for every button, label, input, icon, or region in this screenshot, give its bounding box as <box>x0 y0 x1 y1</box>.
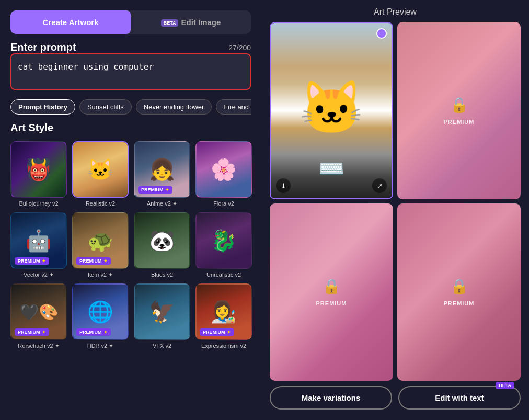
premium-badge-rorschach: PREMIUM ✦ <box>15 328 49 336</box>
preview-cell-4[interactable]: 🔒 PREMIUM <box>397 203 521 381</box>
style-thumb-vfx: 🦅 <box>134 283 190 340</box>
style-name-item: Item v2 ✦ <box>88 271 113 278</box>
art-style-label: Art Style <box>10 122 251 134</box>
premium-label-3: PREMIUM <box>316 300 347 307</box>
style-name-blues: Blues v2 <box>151 271 173 278</box>
chip-never-ending-flower[interactable]: Never ending flower <box>136 99 212 115</box>
image-expand-button[interactable]: ⤢ <box>372 178 387 193</box>
style-thumb-buliojourney: 👹 <box>10 141 67 198</box>
style-name-rorschach: Rorschach v2 ✦ <box>18 343 59 349</box>
preview-grid: 🐱 ⌨️ ⬇ ⤢ 🔒 PREMIUM 🔒 PREMIUM <box>270 22 521 381</box>
premium-overlay-3: 🔒 PREMIUM <box>270 203 393 381</box>
prompt-header: Enter prompt 27/200 <box>10 41 251 53</box>
tab-create-artwork[interactable]: Create Artwork <box>10 10 131 34</box>
prompt-section: Enter prompt 27/200 cat beginner using c… <box>10 41 251 92</box>
style-thumb-blues: 🐼 <box>134 212 190 269</box>
style-thumb-vector: 🤖 PREMIUM ✦ <box>10 212 67 269</box>
image-select-circle[interactable] <box>376 28 387 39</box>
style-item-anime[interactable]: 👧 PREMIUM ✦ Anime v2 ✦ <box>134 141 190 207</box>
style-item-blues[interactable]: 🐼 Blues v2 <box>134 212 190 278</box>
make-variations-button[interactable]: Make variations <box>270 386 392 410</box>
style-name-expressionism: Expressionism v2 <box>201 343 246 349</box>
chip-prompt-history[interactable]: Prompt History <box>10 99 75 115</box>
art-preview-title: Art Preview <box>270 7 521 17</box>
chip-fire[interactable]: Fire and w... <box>216 99 251 115</box>
style-grid: 👹 Buliojourney v2 🐱 Realistic v2 👧 PREMI… <box>10 141 251 349</box>
tab-edit-image[interactable]: BETAEdit Image <box>131 10 251 34</box>
style-item-rorschach[interactable]: 🖤🎨 PREMIUM ✦ Rorschach v2 ✦ <box>10 283 67 349</box>
style-thumb-anime: 👧 PREMIUM ✦ <box>134 141 190 198</box>
style-item-expressionism[interactable]: 👩‍🎨 PREMIUM ✦ Expressionism v2 <box>196 283 252 349</box>
style-name-buliojourney: Buliojourney v2 <box>19 200 58 207</box>
tab-bar: Create Artwork BETAEdit Image <box>10 10 251 34</box>
style-item-item[interactable]: 🐢 PREMIUM ✦ Item v2 ✦ <box>72 212 129 278</box>
preview-cell-3[interactable]: 🔒 PREMIUM <box>270 203 393 381</box>
style-name-vfx: VFX v2 <box>153 343 171 349</box>
preview-cell-main: 🐱 ⌨️ ⬇ ⤢ <box>270 22 393 199</box>
style-item-flora[interactable]: 🌸 Flora v2 <box>196 141 252 207</box>
style-item-vfx[interactable]: 🦅 VFX v2 <box>134 283 190 349</box>
premium-badge-item: PREMIUM ✦ <box>76 257 111 265</box>
image-download-button[interactable]: ⬇ <box>276 178 291 193</box>
style-name-flora: Flora v2 <box>213 200 234 207</box>
style-item-vector[interactable]: 🤖 PREMIUM ✦ Vector v2 ✦ <box>10 212 67 278</box>
chip-sunset-cliffs[interactable]: Sunset cliffs <box>79 99 132 115</box>
art-style-section: Art Style <box>10 122 251 134</box>
preview-cell-2[interactable]: 🔒 PREMIUM <box>397 22 521 199</box>
style-thumb-realistic: 🐱 <box>72 141 129 198</box>
style-thumb-flora: 🌸 <box>196 141 252 198</box>
premium-badge-hdr: PREMIUM ✦ <box>76 328 111 336</box>
style-name-hdr: HDR v2 ✦ <box>87 343 114 349</box>
style-name-realistic: Realistic v2 <box>86 200 115 207</box>
style-item-unrealistic[interactable]: 🐉 Unrealistic v2 <box>196 212 252 278</box>
style-name-anime: Anime v2 ✦ <box>147 200 177 207</box>
style-thumb-hdr: 🌐 PREMIUM ✦ <box>72 283 129 340</box>
style-thumb-item: 🐢 PREMIUM ✦ <box>72 212 129 269</box>
premium-badge-anime: PREMIUM ✦ <box>138 186 172 194</box>
premium-label-2: PREMIUM <box>444 119 475 125</box>
style-name-unrealistic: Unrealistic v2 <box>206 271 241 278</box>
beta-badge-tab: BETA <box>161 19 179 27</box>
style-item-buliojourney[interactable]: 👹 Buliojourney v2 <box>10 141 67 207</box>
lock-icon-3: 🔒 <box>323 278 341 295</box>
style-name-vector: Vector v2 ✦ <box>24 271 54 278</box>
cat-image: 🐱 ⌨️ <box>271 23 392 198</box>
premium-badge-vector: PREMIUM ✦ <box>15 257 49 265</box>
prompt-label: Enter prompt <box>10 41 76 53</box>
style-item-hdr[interactable]: 🌐 PREMIUM ✦ HDR v2 ✦ <box>72 283 129 349</box>
premium-overlay-2: 🔒 PREMIUM <box>397 22 521 199</box>
bottom-buttons: Make variations BETA Edit with text <box>270 386 521 413</box>
style-item-realistic[interactable]: 🐱 Realistic v2 <box>72 141 129 207</box>
premium-overlay-4: 🔒 PREMIUM <box>397 203 521 381</box>
prompt-input[interactable]: cat beginner using computer <box>10 53 251 90</box>
left-panel: Create Artwork BETAEdit Image Enter prom… <box>0 0 261 420</box>
lock-icon-4: 🔒 <box>450 278 468 295</box>
lock-icon-2: 🔒 <box>450 96 468 113</box>
style-thumb-unrealistic: 🐉 <box>196 212 252 269</box>
style-thumb-expressionism: 👩‍🎨 PREMIUM ✦ <box>196 283 252 340</box>
edit-with-text-button[interactable]: BETA Edit with text <box>398 386 521 410</box>
char-count: 27/200 <box>228 43 251 52</box>
premium-label-4: PREMIUM <box>444 300 475 307</box>
right-panel: Art Preview 🐱 ⌨️ ⬇ ⤢ 🔒 PREMIUM 🔒 <box>261 0 529 420</box>
premium-badge-expressionism: PREMIUM ✦ <box>200 328 234 336</box>
style-thumb-rorschach: 🖤🎨 PREMIUM ✦ <box>10 283 67 340</box>
chips-row: Prompt History Sunset cliffs Never endin… <box>10 99 251 115</box>
beta-badge-edit: BETA <box>496 382 514 389</box>
